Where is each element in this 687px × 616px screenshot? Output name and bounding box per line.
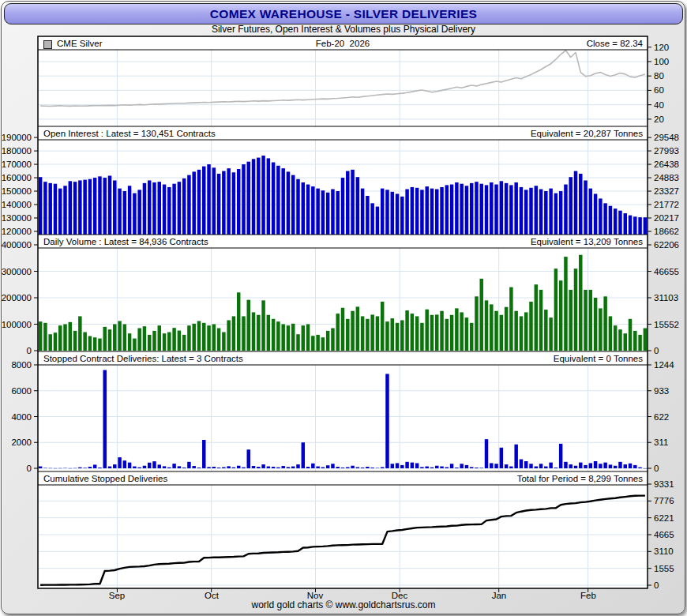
svg-text:622: 622 — [654, 412, 669, 422]
svg-text:0: 0 — [27, 346, 32, 355]
svg-text:46655: 46655 — [654, 267, 679, 276]
svg-text:190000: 190000 — [2, 133, 32, 142]
svg-text:29548: 29548 — [654, 133, 679, 142]
svg-text:60: 60 — [654, 85, 664, 95]
price-close-label: Close = 82.34 — [38, 38, 643, 50]
x-axis-label-dec: Dec — [392, 591, 407, 600]
svg-text:4000: 4000 — [11, 412, 32, 422]
svg-text:2000: 2000 — [11, 438, 32, 447]
daily-volume-tonnes-label: Equivalent = 13,209 Tonnes — [38, 236, 643, 248]
svg-text:200000: 200000 — [2, 293, 32, 302]
svg-text:31103: 31103 — [654, 293, 678, 302]
svg-text:6000: 6000 — [11, 386, 32, 396]
svg-text:160000: 160000 — [2, 173, 32, 182]
svg-text:23327: 23327 — [654, 186, 679, 196]
svg-text:100: 100 — [654, 57, 669, 66]
svg-text:15552: 15552 — [654, 320, 679, 329]
svg-text:21772: 21772 — [654, 200, 679, 209]
svg-text:170000: 170000 — [2, 160, 32, 169]
svg-text:7776: 7776 — [654, 496, 674, 505]
svg-text:100000: 100000 — [2, 320, 32, 329]
svg-text:0: 0 — [654, 464, 659, 473]
chart-window: COMEX WAREHOUSE - SILVER DELIVERIES Silv… — [0, 0, 687, 616]
open-interest-tonnes-label: Equivalent = 20,287 Tonnes — [38, 128, 643, 140]
svg-text:20217: 20217 — [654, 213, 679, 223]
svg-text:933: 933 — [654, 386, 669, 396]
x-axis-label-nov: Nov — [307, 591, 323, 600]
svg-text:27993: 27993 — [654, 146, 679, 156]
svg-text:20: 20 — [654, 115, 664, 124]
svg-text:311: 311 — [654, 438, 668, 447]
svg-text:6221: 6221 — [654, 513, 674, 523]
svg-text:4665: 4665 — [654, 530, 674, 539]
svg-text:80: 80 — [654, 71, 664, 81]
svg-text:3110: 3110 — [654, 547, 674, 556]
svg-text:62206: 62206 — [654, 240, 679, 250]
svg-text:400000: 400000 — [2, 240, 32, 250]
svg-text:300000: 300000 — [2, 267, 32, 276]
svg-text:180000: 180000 — [2, 146, 32, 156]
x-axis-label-feb: Feb — [580, 591, 596, 600]
svg-text:18662: 18662 — [654, 227, 679, 236]
svg-text:150000: 150000 — [2, 186, 32, 196]
x-axis-label-oct: Oct — [205, 591, 219, 600]
svg-text:140000: 140000 — [2, 200, 32, 209]
chart-canvas: 2040608010012012000013000014000015000016… — [0, 0, 687, 616]
svg-text:120: 120 — [654, 43, 669, 52]
svg-text:40: 40 — [654, 100, 664, 110]
svg-text:130000: 130000 — [2, 213, 32, 223]
svg-text:120000: 120000 — [2, 227, 32, 236]
svg-text:1555: 1555 — [654, 564, 674, 573]
svg-text:1244: 1244 — [654, 360, 674, 370]
x-axis-label-jan: Jan — [492, 591, 507, 600]
credit-line: world gold charts © www.goldchartsrus.co… — [0, 599, 687, 610]
cumulative-total-label: Total for Period = 8,299 Tonnes — [38, 473, 643, 485]
svg-text:9331: 9331 — [654, 479, 674, 489]
svg-text:24883: 24883 — [654, 173, 679, 182]
x-axis-label-sep: Sep — [109, 591, 125, 600]
svg-text:26438: 26438 — [654, 160, 679, 169]
svg-text:0: 0 — [654, 580, 659, 590]
svg-text:0: 0 — [27, 464, 32, 473]
stopped-deliveries-tonnes-label: Equivalent = 0 Tonnes — [38, 353, 643, 365]
svg-text:8000: 8000 — [11, 360, 32, 370]
svg-text:0: 0 — [654, 346, 659, 355]
